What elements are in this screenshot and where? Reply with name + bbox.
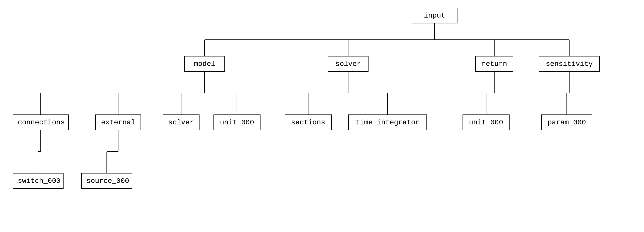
node-connections: connections	[13, 114, 69, 130]
node-sections: sections	[285, 114, 332, 130]
node-solver_top: solver	[328, 56, 369, 72]
diagram-container: inputmodelsolverreturnsensitivityconnect…	[0, 0, 644, 232]
node-time_integrator: time_integrator	[348, 114, 427, 130]
node-source_000: source_000	[81, 173, 132, 189]
node-unit_000_return: unit_000	[463, 114, 510, 130]
node-sensitivity: sensitivity	[539, 56, 600, 72]
node-external: external	[95, 114, 141, 130]
node-switch_000: switch_000	[13, 173, 64, 189]
node-input: input	[412, 8, 457, 23]
node-model: model	[184, 56, 225, 72]
node-return: return	[475, 56, 513, 72]
node-param_000: param_000	[541, 114, 592, 130]
node-unit_000_model: unit_000	[213, 114, 260, 130]
node-solver_model: solver	[163, 114, 200, 130]
